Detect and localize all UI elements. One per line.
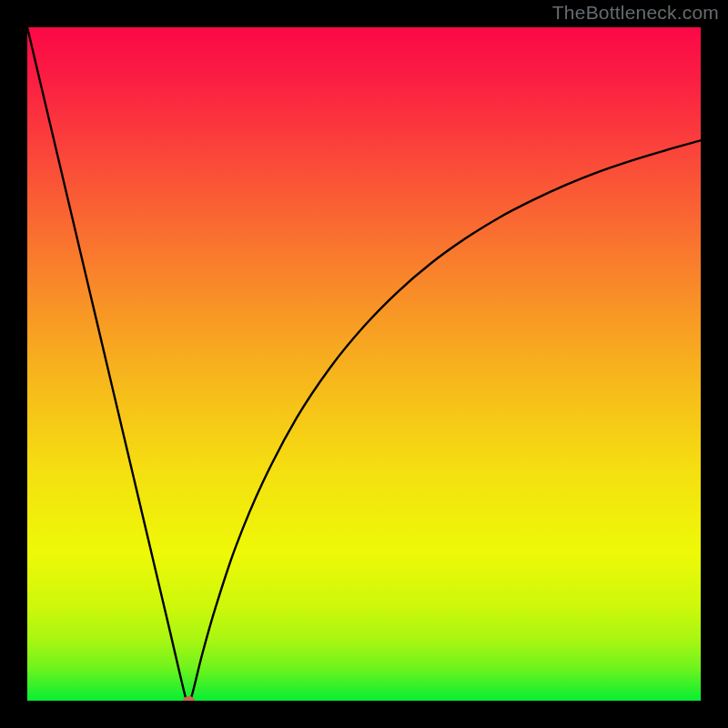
plot-area [27,27,701,701]
watermark-text: TheBottleneck.com [552,2,719,24]
gradient-background [27,27,701,701]
chart-svg [27,27,701,701]
chart-frame: TheBottleneck.com [0,0,728,728]
